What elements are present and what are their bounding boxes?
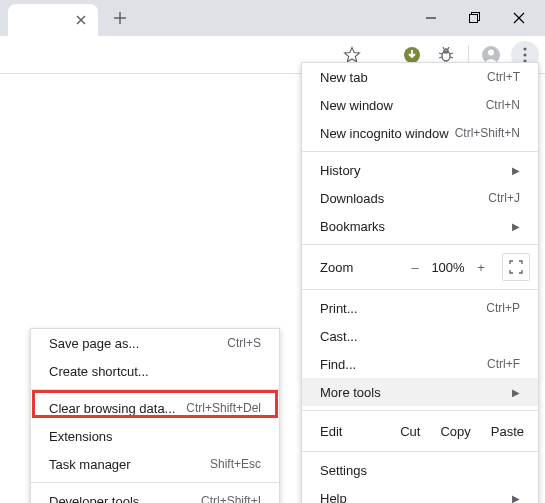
submenu-developer-tools[interactable]: Developer tools Ctrl+Shift+I: [31, 487, 279, 503]
menu-label: Settings: [320, 463, 520, 478]
menu-label: New window: [320, 98, 486, 113]
menu-label: Bookmarks: [320, 219, 504, 234]
menu-label: Find...: [320, 357, 487, 372]
submenu-save-page[interactable]: Save page as... Ctrl+S: [31, 329, 279, 357]
menu-shortcut: Ctrl+S: [227, 336, 261, 350]
submenu-task-manager[interactable]: Task manager Shift+Esc: [31, 450, 279, 478]
window-controls: [409, 3, 541, 33]
menu-separator: [302, 289, 538, 290]
menu-label: Clear browsing data...: [49, 401, 186, 416]
zoom-in-button[interactable]: +: [468, 254, 494, 280]
paste-button[interactable]: Paste: [481, 420, 534, 443]
zoom-out-button[interactable]: –: [402, 254, 428, 280]
menu-find[interactable]: Find... Ctrl+F: [302, 350, 538, 378]
menu-bookmarks[interactable]: Bookmarks ▶: [302, 212, 538, 240]
menu-shortcut: Ctrl+P: [486, 301, 520, 315]
menu-new-tab[interactable]: New tab Ctrl+T: [302, 63, 538, 91]
svg-rect-1: [470, 15, 478, 23]
menu-shortcut: Ctrl+Shift+N: [455, 126, 520, 140]
menu-edit: Edit Cut Copy Paste: [302, 415, 538, 447]
new-tab-button[interactable]: [106, 4, 134, 32]
menu-shortcut: Ctrl+Shift+I: [201, 494, 261, 503]
menu-label: Help: [320, 491, 504, 504]
submenu-arrow-icon: ▶: [512, 387, 520, 398]
menu-shortcut: Ctrl+N: [486, 98, 520, 112]
menu-label: Print...: [320, 301, 486, 316]
menu-separator: [302, 410, 538, 411]
menu-downloads[interactable]: Downloads Ctrl+J: [302, 184, 538, 212]
submenu-arrow-icon: ▶: [512, 165, 520, 176]
submenu-arrow-icon: ▶: [512, 493, 520, 504]
menu-shortcut: Shift+Esc: [210, 457, 261, 471]
submenu-clear-browsing-data[interactable]: Clear browsing data... Ctrl+Shift+Del: [31, 394, 279, 422]
menu-help[interactable]: Help ▶: [302, 484, 538, 503]
menu-label: Task manager: [49, 457, 210, 472]
menu-new-window[interactable]: New window Ctrl+N: [302, 91, 538, 119]
menu-label: More tools: [320, 385, 504, 400]
menu-shortcut: Ctrl+F: [487, 357, 520, 371]
menu-label: New tab: [320, 70, 487, 85]
minimize-button[interactable]: [409, 3, 453, 33]
menu-settings[interactable]: Settings: [302, 456, 538, 484]
cut-button[interactable]: Cut: [390, 420, 430, 443]
menu-label: Downloads: [320, 191, 488, 206]
menu-label: Save page as...: [49, 336, 227, 351]
menu-separator: [31, 482, 279, 483]
svg-point-8: [523, 53, 526, 56]
svg-point-7: [523, 47, 526, 50]
fullscreen-button[interactable]: [502, 253, 530, 281]
close-tab-icon[interactable]: [74, 13, 88, 27]
browser-tab[interactable]: [8, 4, 98, 36]
menu-label: History: [320, 163, 504, 178]
menu-shortcut: Ctrl+J: [488, 191, 520, 205]
menu-separator: [302, 244, 538, 245]
close-window-button[interactable]: [497, 3, 541, 33]
main-menu: New tab Ctrl+T New window Ctrl+N New inc…: [301, 62, 539, 503]
menu-separator: [302, 451, 538, 452]
menu-label: Cast...: [320, 329, 520, 344]
maximize-button[interactable]: [453, 3, 497, 33]
submenu-extensions[interactable]: Extensions: [31, 422, 279, 450]
submenu-create-shortcut[interactable]: Create shortcut...: [31, 357, 279, 385]
menu-history[interactable]: History ▶: [302, 156, 538, 184]
menu-shortcut: Ctrl+Shift+Del: [186, 401, 261, 415]
menu-label: Developer tools: [49, 494, 201, 504]
tab-strip: [0, 0, 134, 36]
copy-button[interactable]: Copy: [430, 420, 480, 443]
menu-new-incognito[interactable]: New incognito window Ctrl+Shift+N: [302, 119, 538, 147]
more-tools-submenu: Save page as... Ctrl+S Create shortcut..…: [30, 328, 280, 503]
menu-separator: [302, 151, 538, 152]
menu-separator: [31, 389, 279, 390]
menu-print[interactable]: Print... Ctrl+P: [302, 294, 538, 322]
svg-point-6: [488, 49, 494, 55]
menu-label: Extensions: [49, 429, 261, 444]
edit-label: Edit: [320, 424, 390, 439]
titlebar: [0, 0, 545, 36]
menu-label: New incognito window: [320, 126, 455, 141]
menu-more-tools[interactable]: More tools ▶: [302, 378, 538, 406]
zoom-value: 100%: [428, 260, 468, 275]
zoom-label: Zoom: [320, 260, 402, 275]
menu-label: Create shortcut...: [49, 364, 261, 379]
menu-shortcut: Ctrl+T: [487, 70, 520, 84]
menu-zoom: Zoom – 100% +: [302, 249, 538, 285]
submenu-arrow-icon: ▶: [512, 221, 520, 232]
menu-cast[interactable]: Cast...: [302, 322, 538, 350]
